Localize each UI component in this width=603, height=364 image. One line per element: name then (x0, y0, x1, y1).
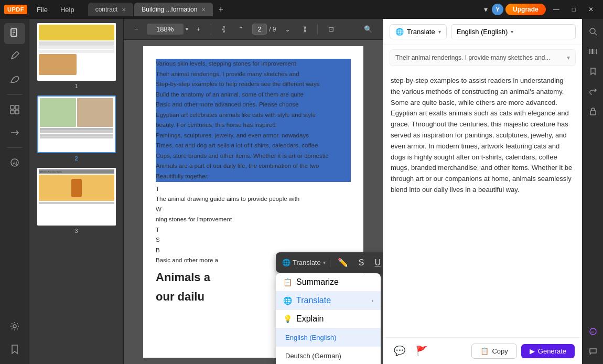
app-logo: UPDF (4, 5, 27, 14)
sidebar-icon-annotate[interactable] (4, 69, 25, 90)
nav-prev-button[interactable]: ⌃ (234, 23, 248, 35)
lang-german[interactable]: Deutsch (German) (276, 347, 381, 364)
translate-section-label: Translate (296, 296, 331, 305)
svg-rect-14 (589, 49, 590, 54)
sidebar-right: AI (582, 19, 603, 364)
explain-icon: 💡 (283, 315, 292, 323)
sidebar-icon-bookmark[interactable] (4, 339, 25, 360)
thumbnail-item-2[interactable]: 2 (34, 95, 119, 162)
thumbnail-item-3[interactable]: Different Painting Styles 3 (34, 168, 119, 234)
thumbnail-number-2: 2 (74, 155, 78, 162)
upgrade-button[interactable]: Upgrade (505, 4, 546, 15)
sr-icon-search[interactable] (585, 23, 601, 40)
translate-btn-label: Translate (293, 259, 321, 266)
mode-select[interactable]: 🌐 Translate ▾ (390, 24, 447, 39)
sr-icon-barcode[interactable] (585, 43, 601, 60)
page-input[interactable] (252, 24, 267, 35)
tab-bar: contract ✕ Building ...formation ✕ + (88, 3, 478, 16)
sidebar-icon-document[interactable] (4, 23, 25, 44)
tab-close-icon[interactable]: ✕ (201, 7, 206, 13)
floating-toolbar: 🌐 Translate ▾ ✏️ S U T 💬 📋 (276, 252, 383, 273)
user-avatar[interactable]: Y (492, 4, 503, 15)
toolbar-sep-1 (211, 24, 211, 35)
dropdown-section-explain[interactable]: 💡 Explain (276, 310, 381, 328)
sidebar-icon-organize[interactable] (4, 99, 25, 120)
float-underline-btn[interactable]: U (371, 256, 383, 270)
flag-btn[interactable]: 🚩 (413, 343, 430, 359)
tab-building[interactable]: Building ...formation ✕ (134, 3, 213, 16)
content-area: − 188% ▾ + ⟪ ⌃ / 9 ⌄ ⟫ ⊡ 🔍 (124, 19, 383, 364)
svg-text:AI: AI (591, 330, 594, 334)
sidebar-icon-convert[interactable] (4, 122, 25, 143)
main-layout: AI 1 (0, 19, 603, 364)
normal-text-4: ning stones for improvement (156, 215, 351, 225)
svg-rect-15 (591, 49, 591, 54)
generate-icon: ▶ (530, 347, 535, 355)
dropdown-section-summarize[interactable]: 📋 Summarize (276, 273, 381, 292)
maximize-button[interactable]: □ (567, 4, 581, 15)
menu-help[interactable]: Help (55, 4, 80, 16)
minimize-button[interactable]: — (548, 4, 565, 15)
source-expand-icon[interactable]: ▾ (567, 54, 570, 61)
tab-label: contract (95, 6, 118, 13)
nav-first-button[interactable]: ⟪ (218, 23, 230, 35)
sr-icon-chat[interactable] (585, 343, 601, 360)
copy-button[interactable]: 📋 Copy (471, 344, 516, 359)
svg-line-13 (595, 33, 597, 35)
sr-icon-share[interactable] (585, 83, 601, 100)
svg-rect-20 (590, 111, 596, 115)
svg-text:AI: AI (13, 160, 17, 166)
feedback-btn[interactable]: 💬 (391, 343, 408, 359)
selected-line-8: Paintings, sculptures, jewelry, and even… (156, 131, 351, 141)
normal-text-1: T (156, 184, 351, 195)
translated-content: step-by-step examples to assist readers … (391, 76, 575, 196)
float-edit-btn[interactable]: ✏️ (335, 255, 351, 270)
nav-last-button[interactable]: ⟫ (299, 23, 311, 35)
dropdown-section-translate[interactable]: 🌐 Translate › (276, 292, 381, 310)
normal-text-5: T (156, 225, 351, 235)
selected-line-10: Cups, store brands and other items. Whet… (156, 151, 351, 162)
zoom-in-button[interactable]: + (192, 23, 205, 35)
lang-select-arrow: ▾ (511, 29, 513, 35)
tab-contract[interactable]: contract ✕ (88, 3, 134, 16)
lang-label: English (English) (457, 28, 508, 36)
toolbar-sep-2 (317, 24, 318, 35)
lang-select[interactable]: English (English) ▾ (451, 24, 576, 39)
mode-select-arrow: ▾ (438, 29, 441, 35)
toolbar: − 188% ▾ + ⟪ ⌃ / 9 ⌄ ⟫ ⊡ 🔍 (124, 19, 383, 40)
selected-line-6: Egyptian art celebrates animals like cat… (156, 110, 351, 121)
tab-add-button[interactable]: + (214, 3, 227, 16)
thumbnail-item-1[interactable]: 1 (34, 23, 119, 89)
present-button[interactable]: ⊡ (324, 23, 338, 35)
selected-line-2: Their animal renderings. I provide many … (156, 69, 351, 80)
zoom-value[interactable]: 188% (147, 24, 184, 35)
nav-next-button[interactable]: ⌄ (281, 23, 295, 35)
page-nav: / 9 (252, 24, 276, 35)
tabs-dropdown-button[interactable]: ▾ (482, 3, 490, 16)
svg-rect-6 (10, 110, 14, 114)
search-button[interactable]: 🔍 (360, 23, 376, 35)
sr-icon-bookmark[interactable] (585, 63, 601, 80)
menu-file[interactable]: File (31, 4, 53, 16)
right-panel: 🌐 Translate ▾ English (English) ▾ Their … (383, 19, 582, 364)
close-button[interactable]: ✕ (583, 4, 599, 15)
thumbnail-panel: 1 2 Different (29, 19, 124, 364)
generate-button[interactable]: ▶ Generate (521, 344, 575, 358)
sidebar-divider (7, 94, 23, 95)
sr-icon-lock[interactable] (585, 103, 601, 120)
zoom-out-button[interactable]: − (130, 23, 143, 35)
tab-close-icon[interactable]: ✕ (122, 7, 126, 13)
sidebar-icon-settings[interactable] (4, 316, 25, 337)
sidebar-icon-edit[interactable] (4, 46, 25, 67)
right-panel-footer: 💬 🚩 📋 Copy ▶ Generate (383, 337, 582, 364)
translate-dropdown-trigger[interactable]: 🌐 Translate ▾ (282, 259, 326, 266)
selected-text-block: Various skin levels, stepping stones for… (156, 59, 351, 182)
float-strikethrough-btn[interactable]: S (356, 256, 368, 270)
lang-english[interactable]: English (English) (276, 328, 381, 347)
selected-line-11: Animals are a part of our daily life, th… (156, 161, 351, 172)
sidebar-left: AI (0, 19, 29, 364)
sidebar-icon-ai[interactable]: AI (4, 152, 25, 173)
summarize-label: Summarize (296, 277, 339, 287)
sr-icon-translate[interactable]: AI (585, 323, 601, 340)
selected-line-12: Beautifully together. (156, 172, 351, 182)
